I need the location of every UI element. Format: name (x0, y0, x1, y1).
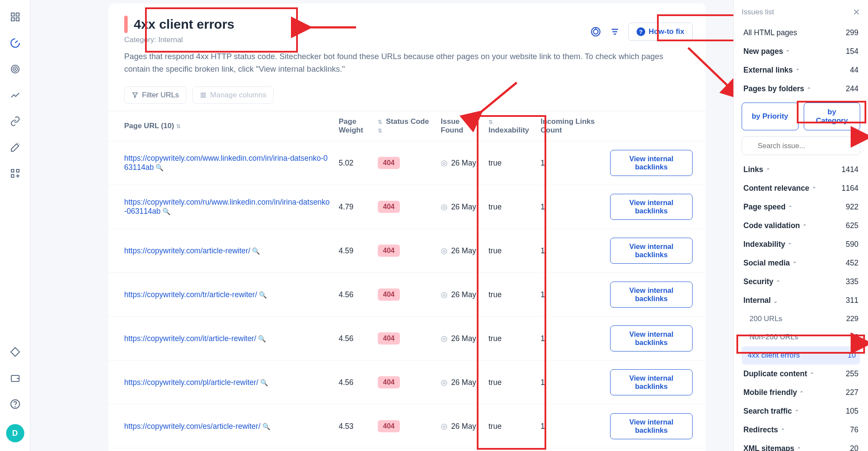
left-nav: D (0, 0, 30, 451)
search-issue-input[interactable] (742, 136, 860, 155)
sidebar-group[interactable]: Links⌃1414 (742, 160, 860, 179)
sidebar-internal[interactable]: Internal⌄ 311 (742, 291, 860, 310)
links-cell: 1 (536, 273, 606, 317)
magic-icon[interactable] (9, 141, 21, 153)
weight-cell: 4.59 (334, 229, 373, 273)
radar-icon[interactable] (590, 26, 601, 37)
svg-rect-0 (11, 13, 14, 16)
weight-cell: 4.79 (334, 185, 373, 229)
tab-by-category[interactable]: by Category (804, 103, 861, 130)
sidebar-title: Issues list (742, 8, 774, 17)
sidebar-group[interactable]: Content relevance⌃1164 (742, 179, 860, 198)
url-cell: https://copywritely.com/article-rewiter/… (109, 229, 334, 273)
magnify-icon[interactable]: 🔍 (162, 208, 171, 216)
manage-label: Manage columns (210, 91, 266, 99)
links-cell: 1 (536, 141, 606, 185)
weight-cell: 4.53 (334, 405, 373, 448)
magnify-icon[interactable]: 🔍 (258, 335, 266, 343)
status-badge: 404 (378, 420, 400, 432)
apps-icon[interactable] (9, 167, 21, 179)
sidebar-group[interactable]: Social media⌃452 (742, 254, 860, 272)
sidebar-group[interactable]: Search traffic⌃105 (742, 402, 860, 421)
magnify-icon[interactable]: 🔍 (252, 247, 260, 255)
sidebar-group[interactable]: XML sitemaps⌃20 (742, 439, 860, 451)
target-icon[interactable] (9, 63, 21, 75)
page-title: 4xx client errors (134, 17, 234, 32)
url-link[interactable]: https://copywritely.com/tr/article-rewit… (124, 290, 257, 299)
sidebar-sub-item[interactable]: Non-200 URLs72 (742, 328, 860, 346)
table-row: https://copywritely.com/article-rewiter/… (109, 229, 706, 273)
col-status[interactable]: ⇅ Status Code ⇅ (373, 111, 436, 141)
view-backlinks-button[interactable]: View internal backlinks (610, 282, 693, 308)
weight-cell: 4.56 (334, 273, 373, 317)
magnify-icon[interactable]: 🔍 (260, 379, 268, 387)
sidebar-item-4xx-errors[interactable]: 4xx client errors10 (742, 346, 860, 365)
view-backlinks-button[interactable]: View internal backlinks (610, 150, 693, 176)
filter-urls-button[interactable]: Filter URLs (124, 86, 186, 104)
sidebar-group[interactable]: Security⌃335 (742, 272, 860, 291)
help-icon[interactable] (9, 398, 21, 410)
gauge-icon[interactable] (9, 37, 21, 49)
dashboard-icon[interactable] (9, 11, 21, 23)
sidebar-group[interactable]: Code validation⌃625 (742, 216, 860, 235)
view-backlinks-button[interactable]: View internal backlinks (610, 413, 693, 439)
sidebar-new-pages[interactable]: New pages⌃ 154 (742, 42, 860, 61)
sort-icon[interactable] (609, 26, 620, 37)
view-backlinks-button[interactable]: View internal backlinks (610, 194, 693, 220)
sidebar-group[interactable]: Page speed⌃922 (742, 198, 860, 216)
col-url[interactable]: Page URL (10) ⇅ (109, 111, 334, 141)
wallet-icon[interactable] (9, 372, 21, 384)
status-cell: 404 (373, 229, 436, 273)
sidebar-sub-item[interactable]: 200 URLs229 (742, 310, 860, 328)
magnify-icon[interactable]: 🔍 (155, 164, 164, 172)
link-icon[interactable] (9, 115, 21, 127)
magnify-icon[interactable]: 🔍 (259, 291, 267, 299)
svg-rect-1 (16, 13, 19, 16)
target-small-icon: ◎ (441, 159, 448, 168)
status-cell: 404 (373, 405, 436, 448)
sidebar-all-html[interactable]: All HTML pages 299 (742, 23, 860, 42)
sidebar-group[interactable]: Redirects⌃76 (742, 421, 860, 439)
avatar[interactable]: D (6, 424, 24, 442)
view-backlinks-button[interactable]: View internal backlinks (610, 325, 693, 352)
diamond-icon[interactable] (9, 346, 21, 358)
url-cell: https://copywritely.com/tr/article-rewit… (109, 273, 334, 317)
manage-columns-button[interactable]: Manage columns (192, 86, 274, 104)
col-issue[interactable]: Issue Found (436, 111, 484, 141)
view-backlinks-button[interactable]: View internal backlinks (610, 369, 693, 395)
sidebar-group[interactable]: Mobile friendly⌃227 (742, 383, 860, 402)
tab-by-priority[interactable]: by Priority (742, 103, 799, 130)
sidebar-pages-folders[interactable]: Pages by folders⌃ 244 (742, 80, 860, 98)
main-content: 4xx client errors Category: Internal ? H… (30, 0, 733, 451)
sidebar-group[interactable]: Duplicate content⌃255 (742, 365, 860, 383)
table-row: https://copywritely.com/pt/article-rewit… (109, 448, 706, 451)
status-badge: 404 (378, 245, 400, 257)
view-backlinks-button[interactable]: View internal backlinks (610, 238, 693, 264)
sidebar-external-links[interactable]: External links⌃ 44 (742, 61, 860, 80)
svg-rect-17 (205, 93, 206, 98)
svg-rect-15 (201, 93, 202, 98)
urls-table: Page URL (10) ⇅ Page Weight ⇅ Status Cod… (109, 111, 706, 451)
col-weight[interactable]: Page Weight (334, 111, 373, 141)
col-incoming[interactable]: Incoming Links Count (536, 111, 606, 141)
url-cell: https://copywritely.com/www.linkedin.com… (109, 141, 334, 185)
links-cell: 1 (536, 448, 606, 451)
url-link[interactable]: https://copywritely.com/article-rewiter/ (124, 246, 250, 255)
target-small-icon: ◎ (441, 246, 448, 255)
url-link[interactable]: https://copywritely.com/es/article-rewit… (124, 422, 261, 431)
magnify-icon[interactable]: 🔍 (262, 423, 271, 431)
trend-icon[interactable] (9, 89, 21, 101)
svg-point-6 (15, 69, 16, 70)
howto-button[interactable]: ? How-to fix (628, 23, 693, 41)
url-link[interactable]: https://copywritely.com/www.linkedin.com… (124, 154, 327, 172)
howto-label: How-to fix (649, 27, 684, 36)
close-icon[interactable]: ✕ (853, 7, 860, 17)
sidebar-group[interactable]: Indexability⌃590 (742, 235, 860, 254)
url-link[interactable]: https://copywritely.com/it/article-rewit… (124, 334, 256, 343)
col-index[interactable]: ⇅ Indexability (484, 111, 536, 141)
issue-cell: ◎26 May (436, 361, 484, 405)
status-cell: 404 (373, 185, 436, 229)
url-link[interactable]: https://copywritely.com/pl/article-rewit… (124, 378, 258, 387)
issue-cell: ◎26 May (436, 185, 484, 229)
url-link[interactable]: https://copywritely.com/ru/www.linkedin.… (124, 198, 330, 216)
